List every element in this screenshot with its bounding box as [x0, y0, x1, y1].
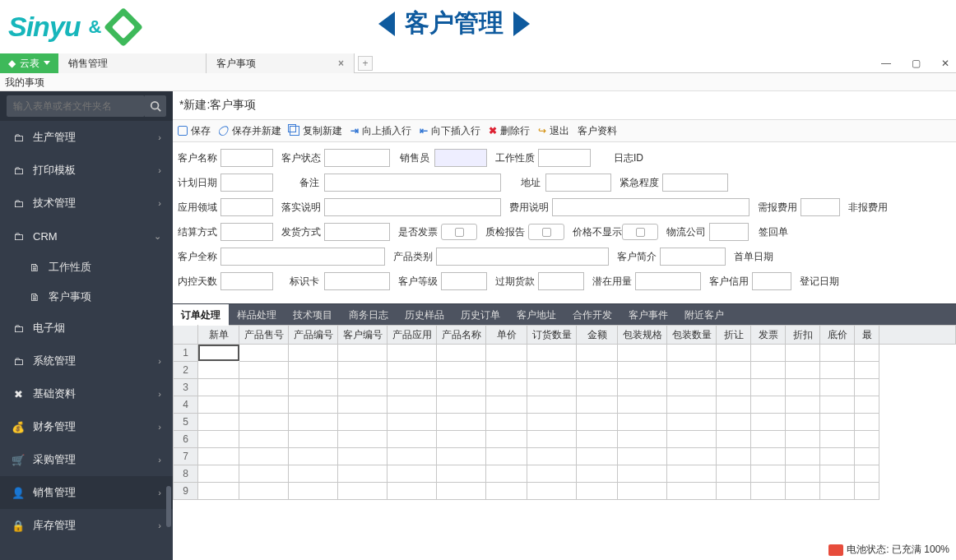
sidebar-scrollbar[interactable] [166, 486, 171, 527]
grid-cell[interactable] [855, 465, 879, 483]
input-product-cat[interactable] [436, 248, 609, 266]
grid-column-header[interactable]: 金额 [577, 325, 618, 345]
grid-cell[interactable] [437, 483, 486, 500]
sidebar-item[interactable]: 🗀技术管理› [0, 187, 173, 220]
grid-cell[interactable] [388, 345, 437, 362]
maximize-button[interactable]: ▢ [912, 58, 921, 69]
grid-cell[interactable] [289, 414, 338, 431]
grid-cell[interactable] [527, 345, 577, 362]
input-potential[interactable] [635, 272, 701, 290]
grid-cell[interactable] [198, 448, 239, 465]
grid-column-header[interactable]: 发票 [751, 325, 786, 345]
save-button[interactable]: 保存 [178, 124, 211, 138]
grid-cell[interactable] [820, 396, 855, 414]
sub-tab[interactable]: 客户地址 [508, 304, 564, 326]
grid-cell[interactable] [717, 396, 751, 414]
sub-tab[interactable]: 历史订单 [452, 304, 508, 326]
grid-cell[interactable] [198, 396, 239, 414]
grid-column-header[interactable]: 包装数量 [667, 325, 717, 345]
grid-cell[interactable] [338, 431, 388, 448]
grid-cell[interactable] [198, 465, 239, 483]
grid-cell[interactable] [786, 431, 820, 448]
grid-cell[interactable] [751, 414, 786, 431]
grid-column-header[interactable]: 包装规格 [618, 325, 667, 345]
grid-cell[interactable] [338, 379, 388, 396]
grid-cell[interactable] [437, 414, 486, 431]
grid-cell[interactable] [751, 431, 786, 448]
grid-cell[interactable] [486, 431, 527, 448]
insert-row-below-button[interactable]: ⇤向下插入行 [420, 124, 480, 138]
save-and-new-button[interactable]: 保存并新建 [219, 124, 281, 138]
grid-cell[interactable] [820, 448, 855, 465]
input-customer-status[interactable] [324, 149, 390, 167]
sub-tab[interactable]: 历史样品 [397, 304, 452, 326]
grid-cell[interactable] [667, 431, 717, 448]
delete-row-button[interactable]: ✖删除行 [489, 124, 530, 138]
grid-cell[interactable] [786, 362, 820, 379]
grid-cell[interactable] [437, 396, 486, 414]
grid-cell[interactable] [618, 396, 667, 414]
grid-cell[interactable] [618, 448, 667, 465]
grid-cell[interactable] [577, 431, 618, 448]
sidebar-item[interactable]: 🗀系统管理› [0, 345, 173, 377]
grid-cell[interactable] [388, 379, 437, 396]
grid-cell[interactable] [527, 379, 577, 396]
grid-cell[interactable] [577, 448, 618, 465]
grid-cell[interactable] [437, 448, 486, 465]
grid-cell[interactable] [786, 345, 820, 362]
grid-cell[interactable] [486, 465, 527, 483]
input-remark[interactable] [324, 174, 501, 192]
grid-cell[interactable] [786, 483, 820, 500]
row-number[interactable]: 5 [174, 414, 198, 431]
grid-cell[interactable] [198, 362, 239, 379]
checkbox-hide-price[interactable] [622, 224, 658, 240]
grid-cell[interactable] [751, 483, 786, 500]
checkbox-need-invoice[interactable] [441, 224, 477, 240]
grid-cell[interactable] [667, 345, 717, 362]
grid-cell[interactable] [786, 414, 820, 431]
grid-cell[interactable] [667, 396, 717, 414]
sidebar-item[interactable]: 👤销售管理› [0, 476, 173, 509]
grid-cell[interactable] [820, 483, 855, 500]
sub-tab[interactable]: 订单处理 [173, 304, 229, 326]
sub-tab[interactable]: 附近客户 [676, 304, 732, 326]
active-cell[interactable] [198, 345, 239, 361]
input-cust-fullname[interactable] [220, 248, 385, 266]
grid-cell[interactable] [618, 379, 667, 396]
input-work-nature[interactable] [538, 149, 591, 167]
sidebar-item[interactable]: ✖基础资料› [0, 377, 173, 410]
grid-cell[interactable] [198, 431, 239, 448]
grid-cell[interactable] [618, 362, 667, 379]
grid-cell[interactable] [198, 414, 239, 431]
grid-cell[interactable] [527, 396, 577, 414]
grid-cell[interactable] [855, 431, 879, 448]
grid-cell[interactable] [486, 396, 527, 414]
grid-column-header[interactable]: 折让 [717, 325, 751, 345]
row-number[interactable]: 3 [174, 379, 198, 396]
grid-cell[interactable] [437, 362, 486, 379]
input-customer-name[interactable] [220, 149, 273, 167]
grid-cell[interactable] [388, 396, 437, 414]
grid-cell[interactable] [618, 431, 667, 448]
row-number[interactable]: 4 [174, 396, 198, 414]
sidebar-subitem[interactable]: 🗎客户事项 [0, 282, 173, 312]
grid-cell[interactable] [527, 414, 577, 431]
grid-cell[interactable] [239, 448, 289, 465]
search-icon[interactable] [145, 95, 166, 117]
grid-cell[interactable] [388, 414, 437, 431]
grid-cell[interactable] [388, 362, 437, 379]
grid-column-header[interactable]: 客户编号 [338, 325, 388, 345]
input-app-domain[interactable] [220, 198, 273, 216]
grid-cell[interactable] [338, 362, 388, 379]
grid-cell[interactable] [786, 379, 820, 396]
minimize-button[interactable]: — [881, 58, 891, 69]
grid-cell[interactable] [717, 448, 751, 465]
grid-cell[interactable] [527, 465, 577, 483]
grid-cell[interactable] [855, 396, 879, 414]
grid-cell[interactable] [338, 396, 388, 414]
input-plan-date[interactable] [220, 174, 273, 192]
grid-cell[interactable] [855, 362, 879, 379]
input-need-fee[interactable] [801, 198, 840, 216]
grid-cell[interactable] [388, 431, 437, 448]
new-order-button[interactable]: 新单 [198, 325, 239, 345]
